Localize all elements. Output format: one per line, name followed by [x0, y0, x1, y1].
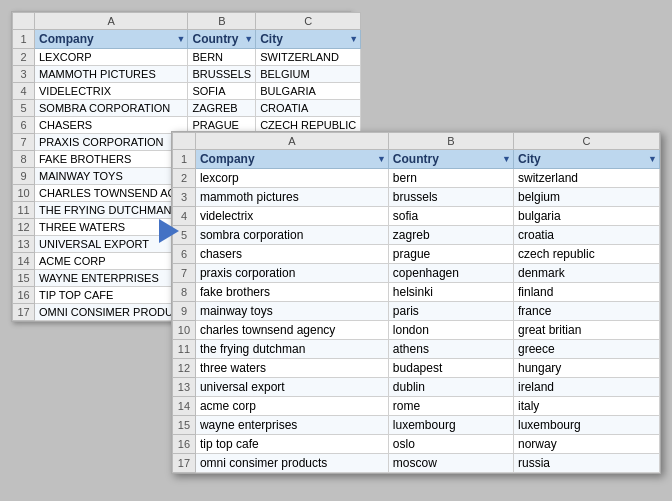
table-row: 13 universal export dublin ireland — [173, 377, 660, 396]
row-num-back: 15 — [13, 269, 35, 286]
row-num-front: 16 — [173, 434, 196, 453]
city-cell-front: hungary — [513, 358, 659, 377]
city-cell-back: BULGARIA — [256, 82, 361, 99]
city-cell-front: switzerland — [513, 168, 659, 187]
city-cell-front: norway — [513, 434, 659, 453]
filter-country-icon-front[interactable]: ▼ — [502, 154, 511, 164]
front-header-city[interactable]: City ▼ — [513, 149, 659, 168]
company-cell-front: chasers — [195, 244, 388, 263]
country-cell-front: brussels — [388, 187, 513, 206]
company-cell-back: OMNI CONSIMER PRODUC — [35, 303, 188, 320]
filter-company-icon-back[interactable]: ▼ — [177, 34, 186, 44]
company-cell-back: MAINWAY TOYS — [35, 167, 188, 184]
row-num-front: 14 — [173, 396, 196, 415]
row-num-front: 17 — [173, 453, 196, 472]
row-num-back: 10 — [13, 184, 35, 201]
company-cell-front: videlectrix — [195, 206, 388, 225]
company-cell-back: THE FRYING DUTCHMAN — [35, 201, 188, 218]
company-cell-front: tip top cafe — [195, 434, 388, 453]
city-cell-front: luxembourg — [513, 415, 659, 434]
row-num-front: 2 — [173, 168, 196, 187]
table-row: 4 VIDELECTRIX SOFIA BULGARIA — [13, 82, 361, 99]
company-cell-front: wayne enterprises — [195, 415, 388, 434]
col-header-b-front: B — [388, 132, 513, 149]
table-row: 17 omni consimer products moscow russia — [173, 453, 660, 472]
city-cell-front: bulgaria — [513, 206, 659, 225]
country-cell-front: london — [388, 320, 513, 339]
row-num-back: 7 — [13, 133, 35, 150]
front-header-company[interactable]: Company ▼ — [195, 149, 388, 168]
table-row: 8 fake brothers helsinki finland — [173, 282, 660, 301]
back-header-company[interactable]: Company ▼ — [35, 29, 188, 48]
company-cell-back: CHASERS — [35, 116, 188, 133]
row-num-back: 5 — [13, 99, 35, 116]
front-header-country[interactable]: Country ▼ — [388, 149, 513, 168]
company-cell-front: mammoth pictures — [195, 187, 388, 206]
company-cell-front: the frying dutchman — [195, 339, 388, 358]
row-num-1-front: 1 — [173, 149, 196, 168]
table-row: 3 mammoth pictures brussels belgium — [173, 187, 660, 206]
row-num-back: 17 — [13, 303, 35, 320]
company-cell-back: SOMBRA CORPORATION — [35, 99, 188, 116]
col-header-c: C — [256, 12, 361, 29]
row-num-back: 12 — [13, 218, 35, 235]
filter-city-icon-front[interactable]: ▼ — [648, 154, 657, 164]
row-num-back: 4 — [13, 82, 35, 99]
row-num-front: 9 — [173, 301, 196, 320]
city-cell-front: greece — [513, 339, 659, 358]
country-cell-front: budapest — [388, 358, 513, 377]
city-cell-front: france — [513, 301, 659, 320]
country-cell-front: oslo — [388, 434, 513, 453]
city-cell-front: great britian — [513, 320, 659, 339]
table-row: 5 SOMBRA CORPORATION ZAGREB CROATIA — [13, 99, 361, 116]
table-row: 12 three waters budapest hungary — [173, 358, 660, 377]
country-cell-front: zagreb — [388, 225, 513, 244]
table-row: 10 charles townsend agency london great … — [173, 320, 660, 339]
row-num-front: 15 — [173, 415, 196, 434]
back-header-country[interactable]: Country ▼ — [188, 29, 256, 48]
table-row: 7 praxis corporation copenhagen denmark — [173, 263, 660, 282]
country-cell-front: prague — [388, 244, 513, 263]
company-cell-front: praxis corporation — [195, 263, 388, 282]
table-row: 11 the frying dutchman athens greece — [173, 339, 660, 358]
company-cell-front: omni consimer products — [195, 453, 388, 472]
city-cell-front: czech republic — [513, 244, 659, 263]
row-num-front: 3 — [173, 187, 196, 206]
table-row: 5 sombra corporation zagreb croatia — [173, 225, 660, 244]
company-cell-front: sombra corporation — [195, 225, 388, 244]
back-header-city[interactable]: City ▼ — [256, 29, 361, 48]
col-header-a: A — [35, 12, 188, 29]
row-num-1: 1 — [13, 29, 35, 48]
table-row: 16 tip top cafe oslo norway — [173, 434, 660, 453]
table-row: 9 mainway toys paris france — [173, 301, 660, 320]
table-row: 14 acme corp rome italy — [173, 396, 660, 415]
col-header-c-front: C — [513, 132, 659, 149]
main-container: A B C 1 Company ▼ Country ▼ City — [11, 11, 661, 491]
city-cell-front: italy — [513, 396, 659, 415]
row-num-back: 13 — [13, 235, 35, 252]
filter-city-icon-back[interactable]: ▼ — [349, 34, 358, 44]
country-cell-front: rome — [388, 396, 513, 415]
company-cell-front: lexcorp — [195, 168, 388, 187]
row-num-front: 7 — [173, 263, 196, 282]
row-num-back: 11 — [13, 201, 35, 218]
city-cell-front: belgium — [513, 187, 659, 206]
filter-company-icon-front[interactable]: ▼ — [377, 154, 386, 164]
table-row: 2 LEXCORP BERN SWITZERLAND — [13, 48, 361, 65]
filter-country-icon-back[interactable]: ▼ — [244, 34, 253, 44]
city-cell-front: finland — [513, 282, 659, 301]
country-cell-front: moscow — [388, 453, 513, 472]
country-cell-back: BRUSSELS — [188, 65, 256, 82]
country-cell-front: athens — [388, 339, 513, 358]
row-num-back: 2 — [13, 48, 35, 65]
transform-arrow — [159, 219, 179, 243]
country-cell-front: luxembourg — [388, 415, 513, 434]
row-num-back: 9 — [13, 167, 35, 184]
city-cell-front: russia — [513, 453, 659, 472]
country-cell-front: bern — [388, 168, 513, 187]
company-cell-front: universal export — [195, 377, 388, 396]
city-cell-front: croatia — [513, 225, 659, 244]
company-cell-back: MAMMOTH PICTURES — [35, 65, 188, 82]
row-num-front: 13 — [173, 377, 196, 396]
corner-cell-front — [173, 132, 196, 149]
